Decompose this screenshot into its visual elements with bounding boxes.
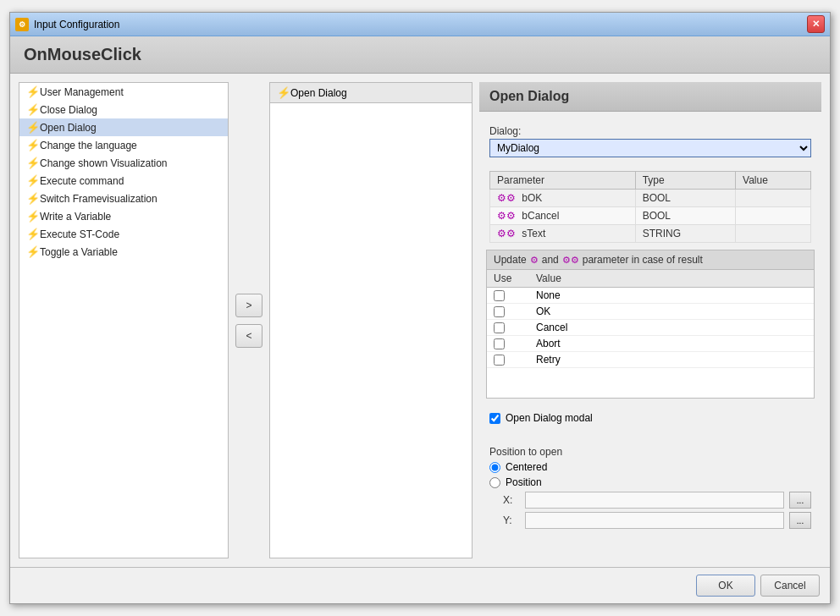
sidebar-item-write-variable[interactable]: ⚡ Write a Variable [19, 207, 228, 225]
position-option: Position [489, 476, 811, 488]
table-row: ⚙⚙ sText STRING [490, 225, 811, 243]
sidebar-item-execute-command[interactable]: ⚡ Execute command [19, 172, 228, 190]
y-input[interactable] [525, 512, 784, 529]
add-to-list-button[interactable]: > [235, 294, 262, 317]
col-parameter: Parameter [490, 172, 636, 190]
position-title: Position to open [489, 446, 811, 458]
window-icon: ⚙ [15, 18, 29, 31]
x-input[interactable] [525, 492, 784, 509]
x-browse-button[interactable]: ... [789, 492, 811, 509]
position-section: Position to open Centered Position X: ..… [479, 443, 821, 536]
col-value: Value [536, 272, 807, 284]
sidebar-item-change-visualization[interactable]: ⚡ Change shown Visualization [19, 154, 228, 172]
update-row-abort: Abort [487, 336, 814, 352]
lightning-icon: ⚡ [26, 85, 40, 98]
position-label: Position [506, 476, 542, 488]
y-coord-row: Y: ... [503, 512, 811, 529]
sidebar-item-open-dialog[interactable]: ⚡ Open Dialog [19, 118, 228, 136]
center-tab-label: Open Dialog [290, 87, 347, 99]
update-icon1: ⚙ [530, 255, 539, 266]
centered-radio[interactable] [489, 462, 500, 473]
centered-label: Centered [506, 461, 547, 473]
bottom-bar: OK Cancel [10, 567, 830, 603]
update-row-cancel: Cancel [487, 320, 814, 336]
col-type: Type [635, 172, 735, 190]
cancel-button[interactable]: Cancel [760, 575, 820, 597]
lightning-icon: ⚡ [26, 103, 40, 116]
sidebar-item-toggle-variable[interactable]: ⚡ Toggle a Variable [19, 243, 228, 261]
update-row-retry: Retry [487, 352, 814, 368]
update-section: Update ⚙ and ⚙⚙ parameter in case of res… [486, 250, 815, 399]
sidebar-item-change-language[interactable]: ⚡ Change the language [19, 136, 228, 154]
lightning-icon: ⚡ [277, 86, 290, 99]
content-area: ⚡ User Management ⚡ Close Dialog ⚡ Open … [10, 74, 830, 567]
lightning-icon: ⚡ [26, 157, 40, 169]
checkbox-ok[interactable] [494, 306, 505, 317]
header-bar: OnMouseClick [10, 36, 830, 74]
center-panel-header: ⚡ Open Dialog [270, 83, 472, 103]
col-value: Value [736, 172, 811, 190]
update-row-ok: OK [487, 304, 814, 320]
parameters-table: Parameter Type Value ⚙⚙ bOK BOOL [489, 171, 811, 243]
update-header: Update ⚙ and ⚙⚙ parameter in case of res… [487, 250, 814, 270]
lightning-icon: ⚡ [26, 121, 40, 134]
checkbox-cancel[interactable] [494, 322, 505, 333]
title-bar: ⚙ Input Configuration ✕ [10, 13, 830, 36]
param-icon: ⚙⚙ [497, 228, 516, 239]
y-browse-button[interactable]: ... [789, 512, 811, 529]
x-label: X: [503, 494, 520, 506]
right-panel: Open Dialog Dialog: MyDialog Parameter T… [479, 82, 821, 558]
window-title: Input Configuration [34, 19, 807, 30]
page-title: OnMouseClick [24, 45, 816, 64]
param-icon: ⚙⚙ [497, 210, 516, 222]
update-row-none: None [487, 288, 814, 304]
sidebar-item-close-dialog[interactable]: ⚡ Close Dialog [19, 101, 228, 118]
lightning-icon: ⚡ [26, 174, 40, 187]
options-section: Open Dialog modal [479, 405, 821, 436]
lightning-icon: ⚡ [26, 192, 40, 205]
close-button[interactable]: ✕ [807, 15, 825, 33]
sidebar-item-user-management[interactable]: ⚡ User Management [19, 83, 228, 101]
right-panel-title: Open Dialog [479, 82, 821, 112]
main-window: ⚙ Input Configuration ✕ OnMouseClick ⚡ U… [9, 12, 831, 604]
open-dialog-modal-checkbox[interactable] [489, 413, 500, 424]
checkbox-abort[interactable] [494, 338, 505, 349]
ok-button[interactable]: OK [696, 575, 755, 597]
table-row: ⚙⚙ bOK BOOL [490, 190, 811, 207]
position-radio[interactable] [489, 477, 500, 488]
dialog-dropdown[interactable]: MyDialog [489, 139, 811, 157]
col-use: Use [494, 272, 536, 284]
update-scroll-area[interactable]: None OK Cancel [487, 288, 814, 398]
lightning-icon: ⚡ [26, 228, 40, 240]
checkbox-retry[interactable] [494, 355, 505, 366]
dialog-section: Dialog: MyDialog [479, 118, 821, 164]
lightning-red-icon: ⚡ [26, 245, 40, 258]
table-row: ⚙⚙ bCancel BOOL [490, 207, 811, 225]
x-coord-row: X: ... [503, 492, 811, 509]
center-panel-body [270, 103, 472, 558]
open-dialog-modal-row: Open Dialog modal [489, 412, 811, 424]
center-panel: ⚡ Open Dialog [269, 82, 472, 558]
dialog-dropdown-container: MyDialog [489, 139, 811, 157]
centered-option: Centered [489, 461, 811, 473]
remove-from-list-button[interactable]: < [235, 324, 262, 348]
open-dialog-modal-label: Open Dialog modal [506, 412, 593, 424]
y-label: Y: [503, 514, 520, 526]
parameters-section: Parameter Type Value ⚙⚙ bOK BOOL [479, 171, 821, 243]
left-panel: ⚡ User Management ⚡ Close Dialog ⚡ Open … [19, 82, 229, 558]
param-icon: ⚙⚙ [497, 192, 516, 204]
lightning-red-icon: ⚡ [26, 210, 40, 223]
checkbox-none[interactable] [494, 290, 505, 301]
lightning-icon: ⚡ [26, 139, 40, 151]
update-table-header: Use Value [487, 270, 814, 288]
arrow-controls: > < [235, 82, 262, 558]
sidebar-item-execute-st[interactable]: ⚡ Execute ST-Code [19, 225, 228, 243]
dialog-label: Dialog: [489, 125, 811, 137]
sidebar-item-switch-frame[interactable]: ⚡ Switch Framevisualization [19, 190, 228, 207]
update-icon2: ⚙⚙ [562, 255, 579, 266]
